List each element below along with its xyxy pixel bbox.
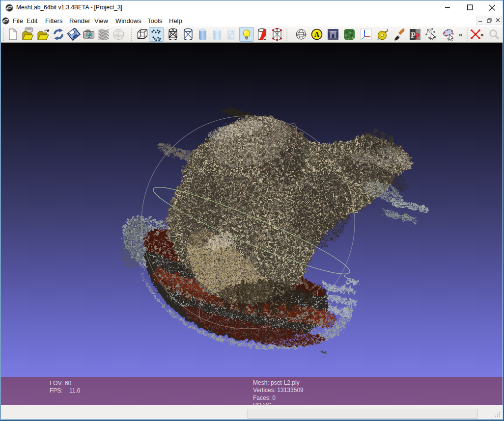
svg-text:A: A [314, 31, 320, 38]
svg-text:»: » [480, 31, 484, 38]
svg-text:»: » [459, 31, 462, 38]
svg-text:P: P [415, 31, 420, 41]
